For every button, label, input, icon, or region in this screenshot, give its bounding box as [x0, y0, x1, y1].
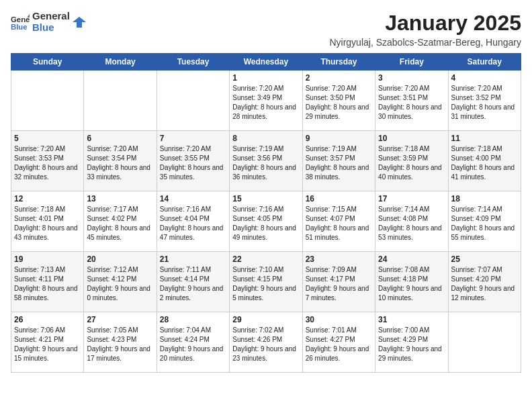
weekday-header-saturday: Saturday [448, 54, 521, 71]
day-number: 9 [306, 134, 372, 143]
day-number: 25 [451, 255, 518, 264]
calendar-cell: 29Sunrise: 7:02 AM Sunset: 4:26 PM Dayli… [230, 312, 302, 373]
day-number: 11 [451, 134, 518, 143]
calendar-cell: 13Sunrise: 7:17 AM Sunset: 4:02 PM Dayli… [84, 191, 157, 252]
calendar-cell: 24Sunrise: 7:08 AM Sunset: 4:18 PM Dayli… [375, 252, 448, 312]
calendar-table: SundayMondayTuesdayWednesdayThursdayFrid… [11, 53, 521, 373]
logo-icon: General Blue [11, 13, 30, 32]
day-number: 15 [232, 194, 299, 203]
calendar-cell: 16Sunrise: 7:15 AM Sunset: 4:07 PM Dayli… [302, 191, 375, 252]
day-info: Sunrise: 7:18 AM Sunset: 4:01 PM Dayligh… [14, 205, 81, 242]
day-number: 29 [232, 315, 299, 324]
svg-text:Blue: Blue [11, 22, 28, 30]
day-number: 18 [451, 194, 518, 203]
day-info: Sunrise: 7:16 AM Sunset: 4:04 PM Dayligh… [160, 205, 226, 242]
calendar-cell: 14Sunrise: 7:16 AM Sunset: 4:04 PM Dayli… [157, 191, 229, 252]
day-number: 28 [160, 315, 226, 324]
day-number: 5 [14, 134, 81, 143]
day-info: Sunrise: 7:05 AM Sunset: 4:23 PM Dayligh… [87, 326, 153, 363]
day-info: Sunrise: 7:11 AM Sunset: 4:14 PM Dayligh… [160, 265, 226, 303]
day-number: 22 [232, 255, 299, 264]
calendar-cell: 10Sunrise: 7:18 AM Sunset: 3:59 PM Dayli… [375, 131, 448, 191]
day-number: 26 [14, 315, 81, 324]
day-number: 17 [378, 194, 445, 203]
logo-blue: Blue [32, 22, 70, 34]
day-number: 1 [232, 73, 299, 83]
day-number: 30 [306, 315, 372, 324]
day-number: 8 [232, 134, 299, 143]
calendar-cell: 31Sunrise: 7:00 AM Sunset: 4:29 PM Dayli… [375, 312, 448, 373]
weekday-header-row: SundayMondayTuesdayWednesdayThursdayFrid… [11, 54, 521, 71]
calendar-cell: 15Sunrise: 7:16 AM Sunset: 4:05 PM Dayli… [230, 191, 302, 252]
calendar-week-row: 5Sunrise: 7:20 AM Sunset: 3:53 PM Daylig… [11, 131, 521, 191]
calendar-cell: 27Sunrise: 7:05 AM Sunset: 4:23 PM Dayli… [84, 312, 157, 373]
calendar-cell: 12Sunrise: 7:18 AM Sunset: 4:01 PM Dayli… [11, 191, 84, 252]
weekday-header-thursday: Thursday [302, 54, 375, 71]
day-info: Sunrise: 7:20 AM Sunset: 3:50 PM Dayligh… [306, 84, 372, 122]
calendar-cell [11, 71, 84, 131]
day-info: Sunrise: 7:06 AM Sunset: 4:21 PM Dayligh… [14, 326, 81, 363]
calendar-cell: 3Sunrise: 7:20 AM Sunset: 3:51 PM Daylig… [375, 71, 448, 131]
calendar-cell: 18Sunrise: 7:14 AM Sunset: 4:09 PM Dayli… [448, 191, 521, 252]
calendar-cell: 11Sunrise: 7:18 AM Sunset: 4:00 PM Dayli… [448, 131, 521, 191]
day-number: 19 [14, 255, 81, 264]
calendar-cell: 9Sunrise: 7:19 AM Sunset: 3:57 PM Daylig… [302, 131, 375, 191]
day-info: Sunrise: 7:19 AM Sunset: 3:57 PM Dayligh… [306, 144, 372, 182]
day-number: 3 [378, 73, 445, 83]
calendar-cell: 21Sunrise: 7:11 AM Sunset: 4:14 PM Dayli… [157, 252, 229, 312]
day-info: Sunrise: 7:20 AM Sunset: 3:52 PM Dayligh… [451, 84, 518, 122]
calendar-week-row: 19Sunrise: 7:13 AM Sunset: 4:11 PM Dayli… [11, 252, 521, 312]
day-info: Sunrise: 7:15 AM Sunset: 4:07 PM Dayligh… [306, 205, 372, 242]
calendar-cell: 20Sunrise: 7:12 AM Sunset: 4:12 PM Dayli… [84, 252, 157, 312]
calendar-cell: 8Sunrise: 7:19 AM Sunset: 3:56 PM Daylig… [230, 131, 302, 191]
day-number: 13 [87, 194, 153, 203]
svg-marker-3 [73, 17, 86, 28]
day-number: 24 [378, 255, 445, 264]
calendar-cell: 26Sunrise: 7:06 AM Sunset: 4:21 PM Dayli… [11, 312, 84, 373]
calendar-cell [448, 312, 521, 373]
calendar-cell: 30Sunrise: 7:01 AM Sunset: 4:27 PM Dayli… [302, 312, 375, 373]
day-info: Sunrise: 7:17 AM Sunset: 4:02 PM Dayligh… [87, 205, 153, 242]
calendar-cell: 28Sunrise: 7:04 AM Sunset: 4:24 PM Dayli… [157, 312, 229, 373]
day-info: Sunrise: 7:20 AM Sunset: 3:49 PM Dayligh… [232, 84, 299, 122]
day-info: Sunrise: 7:08 AM Sunset: 4:18 PM Dayligh… [378, 265, 445, 303]
calendar-cell: 2Sunrise: 7:20 AM Sunset: 3:50 PM Daylig… [302, 71, 375, 131]
calendar-week-row: 26Sunrise: 7:06 AM Sunset: 4:21 PM Dayli… [11, 312, 521, 373]
calendar-cell: 25Sunrise: 7:07 AM Sunset: 4:20 PM Dayli… [448, 252, 521, 312]
day-number: 10 [378, 134, 445, 143]
day-number: 16 [306, 194, 372, 203]
day-info: Sunrise: 7:19 AM Sunset: 3:56 PM Dayligh… [232, 144, 299, 182]
calendar-cell: 7Sunrise: 7:20 AM Sunset: 3:55 PM Daylig… [157, 131, 229, 191]
calendar-cell: 17Sunrise: 7:14 AM Sunset: 4:08 PM Dayli… [375, 191, 448, 252]
day-info: Sunrise: 7:18 AM Sunset: 4:00 PM Dayligh… [451, 144, 518, 182]
day-number: 6 [87, 134, 153, 143]
title-area: January 2025 Nyirgyulaj, Szabolcs-Szatma… [329, 11, 521, 48]
day-info: Sunrise: 7:20 AM Sunset: 3:51 PM Dayligh… [378, 84, 445, 122]
day-info: Sunrise: 7:04 AM Sunset: 4:24 PM Dayligh… [160, 326, 226, 363]
calendar-cell: 6Sunrise: 7:20 AM Sunset: 3:54 PM Daylig… [84, 131, 157, 191]
day-info: Sunrise: 7:01 AM Sunset: 4:27 PM Dayligh… [306, 326, 372, 363]
calendar-cell: 1Sunrise: 7:20 AM Sunset: 3:49 PM Daylig… [230, 71, 302, 131]
day-info: Sunrise: 7:02 AM Sunset: 4:26 PM Dayligh… [232, 326, 299, 363]
day-number: 23 [306, 255, 372, 264]
day-number: 4 [451, 73, 518, 83]
day-info: Sunrise: 7:13 AM Sunset: 4:11 PM Dayligh… [14, 265, 81, 303]
calendar-cell: 19Sunrise: 7:13 AM Sunset: 4:11 PM Dayli… [11, 252, 84, 312]
day-info: Sunrise: 7:20 AM Sunset: 3:54 PM Dayligh… [87, 144, 153, 182]
calendar-title: January 2025 [329, 11, 521, 36]
calendar-subtitle: Nyirgyulaj, Szabolcs-Szatmar-Bereg, Hung… [329, 37, 521, 48]
day-info: Sunrise: 7:10 AM Sunset: 4:15 PM Dayligh… [232, 265, 299, 303]
day-number: 14 [160, 194, 226, 203]
weekday-header-wednesday: Wednesday [230, 54, 302, 71]
calendar-cell: 23Sunrise: 7:09 AM Sunset: 4:17 PM Dayli… [302, 252, 375, 312]
weekday-header-sunday: Sunday [11, 54, 84, 71]
day-info: Sunrise: 7:14 AM Sunset: 4:09 PM Dayligh… [451, 205, 518, 242]
day-info: Sunrise: 7:20 AM Sunset: 3:53 PM Dayligh… [14, 144, 81, 182]
day-info: Sunrise: 7:12 AM Sunset: 4:12 PM Dayligh… [87, 265, 153, 303]
weekday-header-tuesday: Tuesday [157, 54, 229, 71]
logo-general: General [32, 11, 70, 22]
day-number: 27 [87, 315, 153, 324]
calendar-cell: 4Sunrise: 7:20 AM Sunset: 3:52 PM Daylig… [448, 71, 521, 131]
header: General Blue General Blue January 2025 N… [11, 11, 521, 48]
day-number: 20 [87, 255, 153, 264]
